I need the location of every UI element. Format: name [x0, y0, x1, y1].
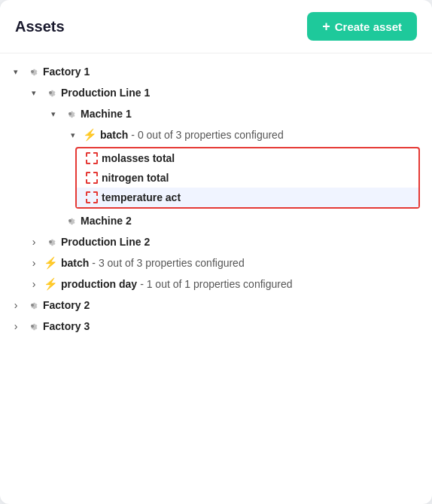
tree-item-nitrogen[interactable]: nitrogen total [77, 168, 418, 188]
chevron-production-line1 [27, 86, 41, 99]
batch1-label: batch [100, 129, 128, 141]
chevron-machine2-empty [47, 214, 60, 228]
production-day-label: production day [61, 278, 137, 290]
machine1-label: Machine 1 [81, 108, 132, 120]
dashed-icon-temperature [86, 191, 98, 203]
tree-item-production-day[interactable]: ⚡ production day - 1 out of 1 properties… [0, 273, 432, 295]
create-asset-label: Create asset [335, 20, 402, 33]
gear-icon-prod-line1 [44, 86, 57, 99]
production-line2-label: Production Line 2 [61, 236, 150, 248]
bolt-icon-production-day: ⚡ [44, 277, 57, 291]
chevron-batch1 [66, 128, 80, 142]
tree-item-machine2[interactable]: Machine 2 [0, 210, 432, 231]
plus-icon: + [322, 20, 330, 33]
batch-properties-group: molasses total nitrogen total temperatur… [75, 147, 420, 209]
tree-item-production-line2[interactable]: Production Line 2 [0, 231, 432, 252]
tree-item-molasses[interactable]: molasses total [77, 148, 418, 168]
tree-item-factory3[interactable]: Factory 3 [0, 316, 432, 337]
chevron-factory3 [9, 319, 23, 333]
gear-icon-machine1 [63, 107, 77, 121]
chevron-production-line2 [27, 235, 41, 249]
dashed-icon-nitrogen [86, 172, 98, 184]
batch1-sublabel: - 0 out of 3 properties configured [131, 129, 283, 141]
tree-item-batch2[interactable]: ⚡ batch - 3 out of 3 properties configur… [0, 252, 432, 273]
gear-icon-factory3 [26, 319, 39, 333]
chevron-machine1 [47, 107, 60, 121]
gear-icon-factory1 [26, 65, 39, 78]
chevron-factory1 [9, 65, 23, 78]
production-day-sublabel: - 1 out of 1 properties configured [140, 278, 292, 290]
panel-title: Assets [15, 18, 65, 35]
factory3-label: Factory 3 [43, 320, 90, 332]
batch2-sublabel: - 3 out of 3 properties configured [92, 257, 244, 269]
create-asset-button[interactable]: + Create asset [307, 12, 417, 41]
temperature-label: temperature act [102, 191, 181, 203]
bolt-icon-batch1: ⚡ [83, 128, 96, 142]
tree-item-factory2[interactable]: Factory 2 [0, 295, 432, 316]
factory2-label: Factory 2 [43, 299, 90, 311]
nitrogen-label: nitrogen total [102, 172, 169, 184]
chevron-production-day [27, 277, 41, 291]
tree-item-production-line1[interactable]: Production Line 1 [0, 82, 432, 103]
dashed-icon-molasses [86, 152, 98, 164]
machine2-label: Machine 2 [81, 215, 132, 227]
gear-icon-factory2 [26, 298, 39, 312]
tree-item-machine1[interactable]: Machine 1 [0, 103, 432, 124]
gear-icon-machine2 [63, 214, 77, 228]
bolt-icon-batch2: ⚡ [44, 256, 57, 270]
tree-item-factory1[interactable]: Factory 1 [0, 61, 432, 82]
panel-header: Assets + Create asset [0, 0, 432, 53]
tree-item-batch1[interactable]: ⚡ batch - 0 out of 3 properties configur… [0, 124, 432, 145]
asset-tree: Factory 1 Production Line 1 Machin [0, 53, 432, 352]
production-line1-label: Production Line 1 [61, 87, 150, 99]
tree-item-temperature[interactable]: temperature act [77, 188, 418, 207]
factory1-label: Factory 1 [43, 66, 90, 78]
chevron-batch2 [27, 256, 41, 270]
assets-panel: Assets + Create asset Factory 1 [0, 0, 432, 504]
chevron-factory2 [9, 298, 23, 312]
molasses-label: molasses total [102, 152, 175, 164]
batch2-label: batch [61, 257, 89, 269]
gear-icon-prod-line2 [44, 235, 57, 249]
